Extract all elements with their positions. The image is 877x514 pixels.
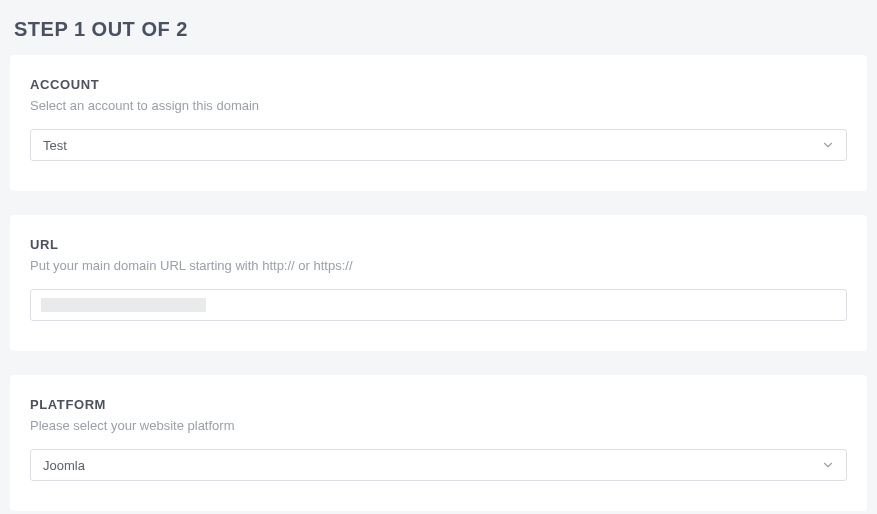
platform-select[interactable]: Joomla xyxy=(30,449,847,481)
platform-select-value: Joomla xyxy=(43,458,85,473)
url-description: Put your main domain URL starting with h… xyxy=(30,258,847,273)
card-url: URL Put your main domain URL starting wi… xyxy=(10,215,867,351)
card-platform: PLATFORM Please select your website plat… xyxy=(10,375,867,511)
platform-description: Please select your website platform xyxy=(30,418,847,433)
card-account: ACCOUNT Select an account to assign this… xyxy=(10,55,867,191)
url-input-redacted xyxy=(41,298,206,312)
platform-label: PLATFORM xyxy=(30,397,847,412)
account-description: Select an account to assign this domain xyxy=(30,98,847,113)
url-label: URL xyxy=(30,237,847,252)
account-label: ACCOUNT xyxy=(30,77,847,92)
url-input[interactable] xyxy=(30,289,847,321)
account-select-value: Test xyxy=(43,138,67,153)
page-title: STEP 1 OUT OF 2 xyxy=(0,0,877,55)
account-select[interactable]: Test xyxy=(30,129,847,161)
